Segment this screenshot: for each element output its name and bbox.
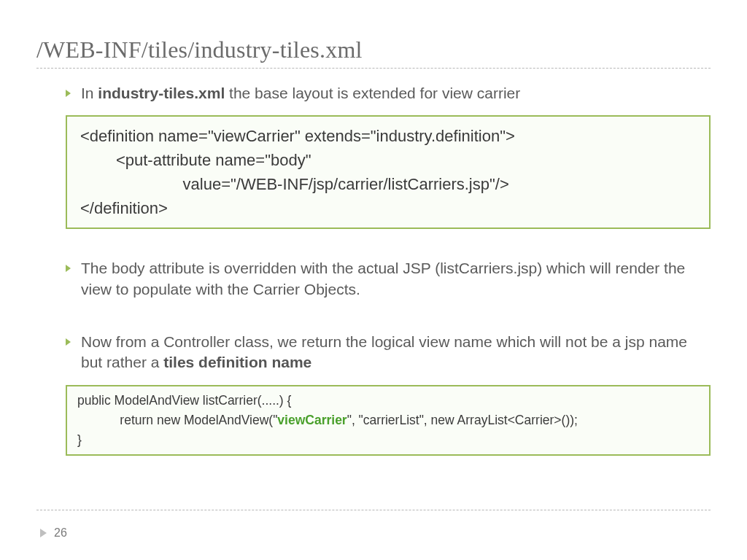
bullet-1-post: the base layout is extended for view car…	[225, 85, 520, 101]
bullet-marker-icon	[66, 90, 71, 97]
code-block-java: public ModelAndView listCarrier(.....) {…	[66, 385, 711, 456]
slide-footer: 26	[40, 526, 67, 540]
slide-content: In industry-tiles.xml the base layout is…	[36, 83, 711, 456]
bullet-marker-icon	[66, 338, 71, 346]
code2-l2b: ", "carrierList", new ArrayList<Carrier>…	[347, 413, 578, 427]
code2-l2-highlight: viewCarrier	[277, 413, 347, 427]
bullet-2: The body attribute is overridden with th…	[66, 258, 711, 300]
bullet-1-text: In industry-tiles.xml the base layout is…	[81, 83, 711, 104]
bullet-1: In industry-tiles.xml the base layout is…	[66, 83, 711, 104]
bullet-2-text: The body attribute is overridden with th…	[81, 258, 711, 300]
code2-l2a: return new ModelAndView("	[77, 413, 277, 427]
pager-arrow-icon	[40, 529, 47, 537]
footer-divider	[36, 510, 711, 510]
title-divider	[36, 68, 711, 69]
bullet-1-pre: In	[81, 85, 98, 101]
bullet-3-text: Now from a Controller class, we return t…	[81, 332, 711, 373]
bullet-marker-icon	[66, 265, 71, 272]
code1-l2: <put-attribute name="body"	[80, 151, 311, 169]
code1-l4: </definition>	[80, 199, 168, 217]
bullet-3-bold: tiles definition name	[163, 354, 311, 370]
page-number: 26	[54, 526, 67, 540]
code2-l3: }	[77, 432, 82, 447]
code1-l1: <definition name="viewCarrier" extends="…	[80, 127, 515, 145]
code2-l1: public ModelAndView listCarrier(.....) {	[77, 393, 291, 408]
code1-l3: value="/WEB-INF/jsp/carrier/listCarriers…	[80, 175, 509, 193]
code-block-xml: <definition name="viewCarrier" extends="…	[66, 115, 711, 229]
slide: /WEB-INF/tiles/industry-tiles.xml In ind…	[0, 0, 747, 560]
bullet-3: Now from a Controller class, we return t…	[66, 332, 711, 373]
bullet-1-bold: industry-tiles.xml	[98, 85, 225, 101]
slide-title: /WEB-INF/tiles/industry-tiles.xml	[36, 36, 711, 63]
